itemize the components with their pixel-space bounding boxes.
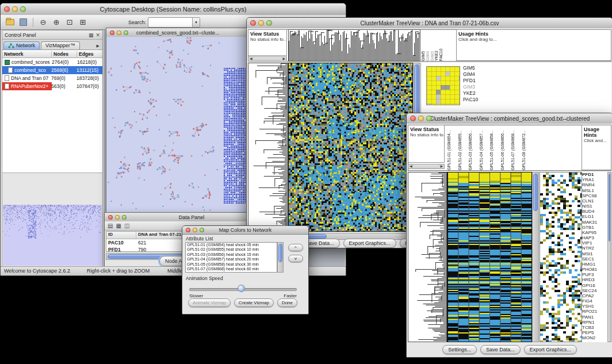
zoom-window-button[interactable] xyxy=(20,6,26,12)
treeview1-titlebar[interactable]: ClusterMaker TreeView : DNA and Tran 07-… xyxy=(247,18,612,29)
selection-heatmap-thumbnail[interactable] xyxy=(426,66,460,105)
dialog-button[interactable]: Done xyxy=(277,298,297,307)
vertical-scrollbar[interactable] xyxy=(277,242,284,273)
close-button[interactable] xyxy=(108,215,113,220)
gene-label[interactable]: MSL1 xyxy=(582,188,607,193)
dialog-button[interactable]: Create Vizmap xyxy=(234,298,274,307)
vertical-scrollbar[interactable] xyxy=(607,172,611,342)
treeview-button[interactable]: Export Graphics... xyxy=(524,345,577,354)
zoom-out-button[interactable]: ⊖ xyxy=(37,17,49,28)
zoom-window-button[interactable] xyxy=(124,30,128,35)
treeview-button[interactable]: Save Data... xyxy=(480,345,521,354)
zoom-window-button[interactable] xyxy=(426,116,432,121)
network-view-canvas[interactable] xyxy=(106,37,248,212)
open-session-button[interactable] xyxy=(4,17,16,28)
gene-label[interactable]: PAC10 xyxy=(463,97,478,103)
tab-vizmapper[interactable]: VizMapper™ xyxy=(41,41,80,49)
row-dendrogram[interactable] xyxy=(248,63,288,232)
move-up-button[interactable]: ^ xyxy=(288,244,303,251)
gene-label[interactable]: GIM5 xyxy=(463,65,478,71)
treeview-button[interactable]: Settings... xyxy=(442,345,477,354)
row-dendrogram[interactable] xyxy=(408,172,447,342)
gene-label[interactable]: HMG1 xyxy=(582,262,607,267)
gene-label[interactable]: MON2 xyxy=(582,335,607,340)
cytoscape-titlebar[interactable]: Cytoscape Desktop (Session Name: collins… xyxy=(1,3,346,16)
gene-label[interactable]: PUF3 xyxy=(582,272,607,277)
gene-label[interactable]: RPO21 xyxy=(582,309,607,314)
column-dendrogram[interactable] xyxy=(288,29,420,62)
gene-label[interactable]: YKE2 xyxy=(463,90,478,97)
close-button[interactable] xyxy=(250,20,256,26)
attribute-item[interactable]: GPL51-01 (GSM854) heat shock 05 min xyxy=(186,243,277,247)
minimize-button[interactable] xyxy=(193,228,197,232)
zoom-fit-button[interactable]: ⊞ xyxy=(77,17,89,28)
gene-label[interactable]: PHO81 xyxy=(582,267,607,272)
close-button[interactable] xyxy=(186,228,190,232)
gene-label[interactable]: PFD1 xyxy=(463,78,478,84)
heatmap[interactable] xyxy=(288,63,413,232)
zoom-window-button[interactable] xyxy=(266,20,272,26)
column-header-id[interactable]: ID xyxy=(106,232,136,239)
scroll-right-button[interactable]: ▶ xyxy=(439,164,444,168)
heatmap[interactable] xyxy=(447,172,532,342)
gene-label[interactable]: RNR4 xyxy=(582,182,607,187)
gene-label[interactable]: PAN1 xyxy=(582,315,607,320)
column-header-network[interactable]: Network xyxy=(2,51,52,57)
attribute-item[interactable]: GPL51-02 (GSM855) heat shock 10 min xyxy=(186,247,277,252)
gene-label[interactable]: GTB1 xyxy=(582,225,607,230)
gene-label[interactable]: VIP1 xyxy=(582,240,607,246)
gene-label[interactable]: HAP3 xyxy=(582,235,607,240)
zoom-window-button[interactable] xyxy=(200,228,204,232)
gene-label[interactable]: GPI16 xyxy=(582,283,607,288)
treeview-button[interactable]: Export Graphics... xyxy=(343,239,396,248)
gene-label[interactable]: NTR2 xyxy=(582,246,607,251)
gene-label[interactable]: CLN1 xyxy=(582,198,607,204)
vertical-scrollbar[interactable] xyxy=(532,172,539,342)
gene-label[interactable]: GIM3 xyxy=(463,84,478,90)
minimize-button[interactable] xyxy=(115,215,120,220)
gene-label[interactable]: RPN1 xyxy=(582,320,607,325)
scroll-right-button[interactable]: ▶ xyxy=(281,57,286,61)
move-down-button[interactable]: v xyxy=(288,255,303,262)
gene-label[interactable]: GIM4 xyxy=(463,71,478,78)
search-input[interactable] xyxy=(148,19,192,26)
gene-label[interactable]: MSI1 xyxy=(582,251,607,256)
gene-label[interactable]: PFD1 xyxy=(582,172,607,177)
close-button[interactable] xyxy=(410,116,416,121)
slider-thumb[interactable] xyxy=(238,285,245,292)
horizontal-scrollbar[interactable]: ◀ ▶ xyxy=(408,164,445,169)
treeview2-window[interactable]: ClusterMaker TreeView : combined_scores_… xyxy=(406,113,612,358)
tab-network[interactable]: Network xyxy=(3,41,40,49)
birdseye-view[interactable] xyxy=(3,205,102,266)
attribute-item[interactable]: GPL51-04 (GSM857) heat shock 20 min xyxy=(186,257,277,262)
network-table-row[interactable]: DNA and Tran 07 769(0) 183728(0) xyxy=(2,74,102,82)
gene-label[interactable]: FIG4 xyxy=(582,298,607,304)
map-colors-dialog[interactable]: Map Colors to Network Attribute List GPL… xyxy=(182,225,309,315)
treeview2-titlebar[interactable]: ClusterMaker TreeView : combined_scores_… xyxy=(407,113,612,124)
gene-label[interactable]: NIS1 xyxy=(582,204,607,209)
gene-label[interactable]: MAK31 xyxy=(582,220,607,225)
gene-label[interactable]: KAP95 xyxy=(582,230,607,235)
network-view-window[interactable]: combined_scores_good.txt--cluste... xyxy=(106,28,250,214)
create-attribute-button[interactable]: ▦ xyxy=(116,223,121,229)
close-button[interactable] xyxy=(4,6,10,12)
attribute-item[interactable]: GPL51-07 (GSM868) heat shock 60 min xyxy=(186,267,277,271)
dialog-titlebar[interactable]: Map Colors to Network xyxy=(182,226,308,235)
gene-label[interactable]: CPA2 xyxy=(582,293,607,298)
scrollbar-track[interactable] xyxy=(414,164,439,168)
network-view-titlebar[interactable]: combined_scores_good.txt--cluste... xyxy=(106,28,249,37)
close-panel-icon[interactable]: ✕ xyxy=(95,32,100,38)
tab-overflow-button[interactable]: ▶ xyxy=(95,43,101,49)
attribute-item[interactable]: GPL51-03 (GSM856) heat shock 15 min xyxy=(186,252,277,257)
search-dropdown-button[interactable]: ▼ xyxy=(192,18,200,27)
gene-label[interactable]: PEP5 xyxy=(582,330,607,335)
scroll-left-button[interactable]: ◀ xyxy=(248,57,254,61)
gene-label[interactable]: SPC98 xyxy=(582,193,607,198)
select-attributes-button[interactable]: ▤ xyxy=(108,223,113,229)
zoom-window-button[interactable] xyxy=(122,215,127,220)
zoom-in-button[interactable]: ⊕ xyxy=(51,17,62,28)
column-header-edges[interactable]: Edges xyxy=(77,51,102,57)
minimize-button[interactable] xyxy=(12,6,18,12)
attribute-item[interactable]: GPL51-05 (GSM858) heat shock 30 min xyxy=(186,262,277,267)
gene-label[interactable]: TCB3 xyxy=(582,325,607,330)
